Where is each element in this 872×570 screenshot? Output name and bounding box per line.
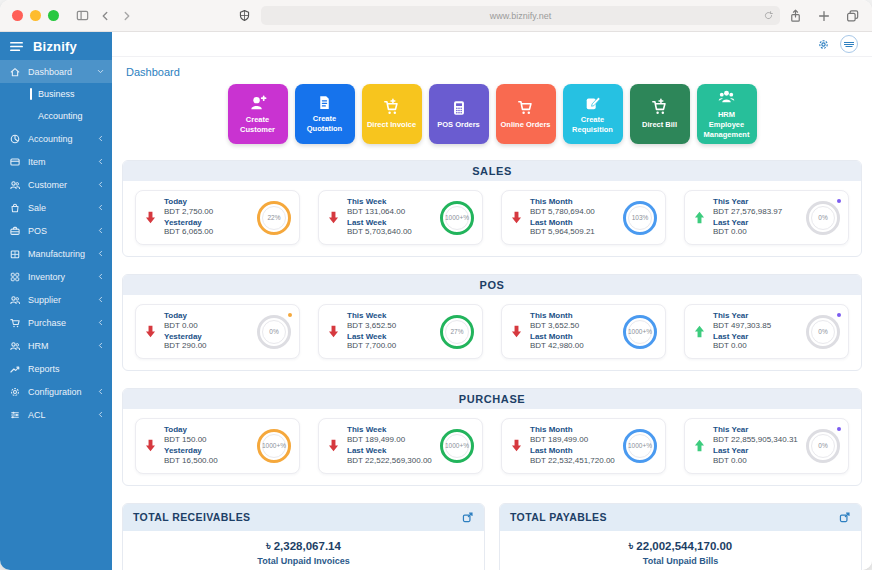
sidebar: Biznify Dashboard Business Accounting Ac… (0, 32, 112, 570)
chevron-left-icon (96, 295, 105, 304)
sidebar-item-acl[interactable]: ACL (0, 403, 112, 426)
create-requisition-button[interactable]: Create Requisition (563, 84, 623, 144)
purchase-section: PURCHASE Today BDT 150.00 Yesterday BDT … (122, 388, 862, 485)
section-title: SALES (123, 161, 861, 181)
sidebar-item-item[interactable]: Item (0, 150, 112, 173)
users-group-icon (717, 88, 736, 107)
chevron-left-icon (96, 249, 105, 258)
sidebar-item-hrm[interactable]: HRM (0, 334, 112, 357)
shield-icon[interactable] (238, 9, 251, 22)
chevron-left-icon (96, 180, 105, 189)
close-window-button[interactable] (12, 10, 23, 21)
dashboard-content: Dashboard Create Customer Create Quotati… (112, 57, 872, 570)
bag-icon (9, 202, 21, 214)
pos-month-card: This Month BDT 3,652.50 Last Month BDT 4… (501, 304, 666, 359)
purchase-year-card: This Year BDT 22,855,905,340.31 Last Yea… (684, 418, 849, 473)
progress-ring: 0% (806, 429, 840, 463)
purchase-week-card: This Week BDT 189,499.00 Last Week BDT 2… (318, 418, 483, 473)
cart-icon (516, 98, 535, 117)
sidebar-item-supplier[interactable]: Supplier (0, 288, 112, 311)
gear-icon (9, 386, 21, 398)
chevron-left-icon (96, 410, 105, 419)
breadcrumb: Dashboard (126, 66, 858, 78)
notification-dot (837, 313, 841, 317)
sidebar-item-pos[interactable]: POS (0, 219, 112, 242)
section-title: PURCHASE (123, 389, 861, 409)
avatar[interactable] (840, 35, 858, 53)
direct-invoice-button[interactable]: Direct Invoice (362, 84, 422, 144)
back-icon[interactable] (98, 9, 112, 23)
panel-title: TOTAL RECEIVABLES (133, 511, 250, 523)
sidebar-item-manufacturing[interactable]: Manufacturing (0, 242, 112, 265)
total-unpaid-amount: ৳ 2,328,067.14 (129, 540, 478, 553)
sidebar-item-purchase[interactable]: Purchase (0, 311, 112, 334)
sidebar-item-dashboard[interactable]: Dashboard (0, 60, 112, 83)
trend-up-icon (693, 208, 706, 227)
pos-today-card: Today BDT 0.00 Yesterday BDT 290.00 0% (135, 304, 300, 359)
purchase-today-card: Today BDT 150.00 Yesterday BDT 16,500.00… (135, 418, 300, 473)
trend-down-icon (327, 322, 340, 341)
cart-icon (9, 317, 21, 329)
panel-title: TOTAL PAYABLES (510, 511, 607, 523)
cart-plus-icon (382, 98, 401, 117)
url-text: www.biznify.net (490, 11, 551, 21)
sidebar-item-accounting-dashboard[interactable]: Accounting (0, 105, 112, 127)
chevron-left-icon (96, 226, 105, 235)
total-receivables-panel: TOTAL RECEIVABLES ৳ 2,328,067.14 Total U… (122, 503, 485, 570)
external-link-icon[interactable] (838, 511, 851, 524)
new-tab-icon[interactable] (817, 8, 831, 23)
external-link-icon[interactable] (461, 511, 474, 524)
active-indicator (30, 88, 32, 100)
sidebar-item-customer[interactable]: Customer (0, 173, 112, 196)
sales-week-card: This Week BDT 131,064.00 Last Week BDT 5… (318, 190, 483, 245)
forward-icon[interactable] (120, 9, 134, 23)
sidebar-toggle-icon[interactable] (75, 8, 90, 23)
purchase-month-card: This Month BDT 189,499.00 Last Month BDT… (501, 418, 666, 473)
settings-gear-icon[interactable] (817, 38, 830, 51)
notification-dot (837, 199, 841, 203)
sidebar-item-reports[interactable]: Reports (0, 357, 112, 380)
chevron-left-icon (96, 134, 105, 143)
progress-ring: 1000+% (623, 429, 657, 463)
sidebar-item-accounting[interactable]: Accounting (0, 127, 112, 150)
section-title: POS (123, 275, 861, 295)
chevron-down-icon (96, 67, 105, 76)
trend-down-icon (327, 436, 340, 455)
users-icon (9, 340, 21, 352)
trend-down-icon (510, 208, 523, 227)
chevron-left-icon (96, 203, 105, 212)
sales-section: SALES Today BDT 2,750.00 Yesterday BDT 6… (122, 160, 862, 257)
sidebar-item-business[interactable]: Business (0, 83, 112, 105)
sidebar-item-inventory[interactable]: Inventory (0, 265, 112, 288)
zoom-window-button[interactable] (48, 10, 59, 21)
direct-bill-button[interactable]: Direct Bill (630, 84, 690, 144)
progress-ring: 22% (257, 201, 291, 235)
reload-icon[interactable] (763, 7, 774, 25)
share-icon[interactable] (788, 8, 803, 23)
app-header (112, 32, 872, 57)
trend-icon (9, 363, 21, 375)
sidebar-item-sale[interactable]: Sale (0, 196, 112, 219)
online-orders-button[interactable]: Online Orders (496, 84, 556, 144)
create-quotation-button[interactable]: Create Quotation (295, 84, 355, 144)
progress-ring: 1000+% (440, 201, 474, 235)
amount-subtitle: Total Unpaid Bills (506, 556, 855, 566)
total-unpaid-amount: ৳ 22,002,544,170.00 (506, 540, 855, 553)
minimize-window-button[interactable] (30, 10, 41, 21)
chevron-left-icon (96, 387, 105, 396)
traffic-lights (12, 10, 59, 21)
hrm-employee-management-button[interactable]: HRM Employee Management (697, 84, 757, 144)
factory-icon (9, 248, 21, 260)
user-plus-icon (248, 93, 267, 112)
pos-orders-button[interactable]: POS Orders (429, 84, 489, 144)
progress-ring: 27% (440, 315, 474, 349)
create-customer-button[interactable]: Create Customer (228, 84, 288, 144)
cart-plus-icon (650, 98, 669, 117)
trend-down-icon (144, 208, 157, 227)
menu-icon[interactable] (9, 39, 24, 54)
address-bar[interactable]: www.biznify.net (261, 6, 780, 25)
sidebar-item-configuration[interactable]: Configuration (0, 380, 112, 403)
tab-overview-icon[interactable] (845, 8, 860, 23)
briefcase-icon (9, 225, 21, 237)
progress-ring: 103% (623, 201, 657, 235)
